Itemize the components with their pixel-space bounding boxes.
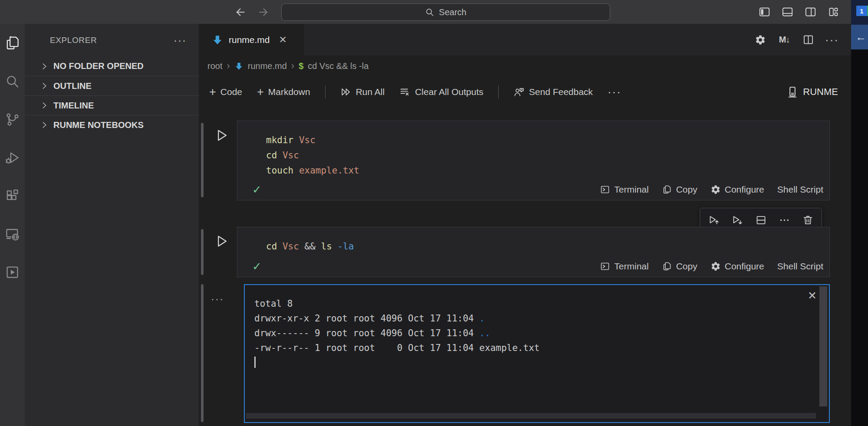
- search-icon: [425, 7, 434, 17]
- breadcrumb: root › runme.md › $ cd Vsc && ls -la: [199, 56, 851, 76]
- breadcrumb-root[interactable]: root: [207, 61, 222, 71]
- activity-remote-explorer-icon[interactable]: [0, 215, 25, 253]
- notebook-cell-2[interactable]: cd Vsc && ls -la ✓ TerminalCopyConfigure…: [237, 227, 830, 277]
- close-output-icon[interactable]: ✕: [808, 289, 817, 302]
- clear-all-outputs-button[interactable]: Clear All Outputs: [399, 86, 483, 98]
- run-cell-button[interactable]: [214, 234, 229, 249]
- terminal-output-text: total 8 drwxr-xr-x 2 root root 4096 Oct …: [245, 285, 829, 370]
- chevron-right-icon: [39, 81, 49, 91]
- gear-icon: [710, 261, 721, 272]
- notebook-toolbar: + Code + Markdown Run All Clear All Outp…: [199, 76, 851, 108]
- cell-action-terminal[interactable]: Terminal: [600, 184, 648, 195]
- tab-label: runme.md: [229, 35, 270, 45]
- activity-runme-notebooks-icon[interactable]: [0, 253, 25, 291]
- toggle-secondary-sidebar-icon[interactable]: [805, 6, 816, 18]
- chevron-right-icon: [39, 101, 49, 110]
- section-label: NO FOLDER OPENED: [53, 61, 144, 71]
- run-all-icon: [340, 86, 352, 98]
- terminal-icon: [600, 184, 610, 195]
- activity-bar: [0, 24, 25, 426]
- gear-icon: [710, 184, 721, 195]
- run-all-button[interactable]: Run All: [340, 86, 385, 98]
- back-arrow-icon[interactable]: ←: [855, 31, 866, 43]
- cell-code[interactable]: mkdir Vsccd Vsctouch example.txt: [237, 121, 829, 178]
- plus-icon: +: [257, 85, 264, 99]
- section-label: RUNME NOTEBOOKS: [53, 120, 144, 130]
- clear-all-icon: [399, 86, 411, 98]
- sidebar-more-icon[interactable]: ···: [174, 34, 187, 46]
- markdown-file-icon: [212, 34, 223, 46]
- feedback-icon: [513, 86, 525, 98]
- search-placeholder: Search: [439, 7, 466, 17]
- toolbar-divider: [498, 85, 499, 98]
- terminal-cursor: [254, 357, 256, 368]
- chevron-right-icon: [39, 62, 49, 71]
- cell-action-shell-script[interactable]: Shell Script: [777, 261, 823, 272]
- tab-bar: runme.md ✕ M↓ ···: [199, 24, 851, 56]
- cell-code[interactable]: cd Vsc && ls -la: [237, 227, 829, 254]
- activity-explorer-icon[interactable]: [0, 24, 25, 62]
- cell-output[interactable]: total 8 drwxr-xr-x 2 root root 4096 Oct …: [244, 284, 830, 423]
- add-code-cell-button[interactable]: + Code: [209, 85, 242, 99]
- activity-run-and-debug-icon[interactable]: [0, 138, 25, 177]
- plus-icon: +: [209, 85, 216, 99]
- breadcrumb-command[interactable]: cd Vsc && ls -la: [308, 61, 368, 71]
- success-check-icon: ✓: [252, 260, 262, 273]
- split-editor-icon[interactable]: [802, 34, 814, 46]
- title-bar: Search: [0, 0, 851, 24]
- cell-action-terminal[interactable]: Terminal: [600, 261, 648, 272]
- success-check-icon: ✓: [252, 183, 262, 197]
- cell-focus-bar[interactable]: [201, 229, 204, 275]
- copy-icon: [662, 261, 672, 272]
- search-input[interactable]: Search: [281, 3, 610, 21]
- cell-action-copy[interactable]: Copy: [662, 184, 697, 195]
- sidebar-section-runme-notebooks[interactable]: RUNME NOTEBOOKS: [25, 115, 199, 134]
- output-horizontal-scrollbar[interactable]: [246, 413, 816, 419]
- breadcrumb-separator: ›: [227, 60, 230, 72]
- toolbar-more-icon[interactable]: ···: [608, 90, 621, 94]
- layout-controls: [759, 0, 839, 24]
- background-window-titlebar: 1: [851, 0, 868, 25]
- cell-focus-bar[interactable]: [201, 123, 204, 197]
- output-focus-bar[interactable]: [201, 284, 204, 422]
- runme-badge[interactable]: RUNME: [786, 86, 838, 98]
- section-label: OUTLINE: [53, 81, 92, 91]
- sidebar-section-no-folder-opened[interactable]: NO FOLDER OPENED: [25, 56, 199, 76]
- background-window: 1 ←: [851, 0, 868, 426]
- output-vertical-scrollbar[interactable]: [819, 286, 827, 406]
- send-feedback-button[interactable]: Send Feedback: [513, 86, 593, 98]
- breadcrumb-file-icon: [234, 62, 243, 71]
- cell-action-shell-script[interactable]: Shell Script: [777, 184, 823, 195]
- notebook-settings-icon[interactable]: [754, 34, 766, 46]
- toggle-primary-sidebar-icon[interactable]: [759, 6, 770, 18]
- activity-extensions-icon[interactable]: [0, 177, 25, 215]
- toolbar-divider: [325, 85, 326, 98]
- tab-close-icon[interactable]: ✕: [279, 34, 287, 46]
- sidebar-section-timeline[interactable]: TIMELINE: [25, 95, 199, 115]
- activity-source-control-icon[interactable]: [0, 100, 25, 138]
- run-cell-button[interactable]: [214, 128, 229, 143]
- runme-logo-icon: [786, 86, 799, 98]
- output-more-icon[interactable]: ···: [211, 293, 224, 305]
- breadcrumb-file[interactable]: runme.md: [248, 61, 287, 71]
- customize-layout-icon[interactable]: [828, 6, 839, 18]
- tab-runme-md[interactable]: runme.md ✕: [199, 24, 304, 56]
- activity-search-icon[interactable]: [0, 62, 25, 100]
- section-label: TIMELINE: [53, 101, 94, 111]
- breadcrumb-separator: ›: [291, 60, 294, 72]
- cell-action-configure[interactable]: Configure: [710, 184, 764, 195]
- notebook-cell-1[interactable]: mkdir Vsccd Vsctouch example.txt ✓ Termi…: [237, 121, 830, 200]
- add-markdown-cell-button[interactable]: + Markdown: [257, 85, 310, 99]
- chevron-right-icon: [39, 120, 49, 130]
- cell-action-copy[interactable]: Copy: [662, 261, 697, 272]
- sidebar-title: EXPLORER: [50, 36, 97, 45]
- cell-action-configure[interactable]: Configure: [710, 261, 764, 272]
- editor-more-actions-icon[interactable]: ···: [826, 34, 838, 46]
- navigate-back-icon[interactable]: [234, 6, 247, 18]
- navigate-forward-icon[interactable]: [257, 6, 270, 18]
- copy-icon: [662, 184, 672, 195]
- open-preview-icon[interactable]: M↓: [778, 34, 790, 46]
- toggle-panel-icon[interactable]: [782, 6, 793, 18]
- sidebar-section-outline[interactable]: OUTLINE: [25, 76, 199, 95]
- breadcrumb-prompt: $: [299, 61, 303, 71]
